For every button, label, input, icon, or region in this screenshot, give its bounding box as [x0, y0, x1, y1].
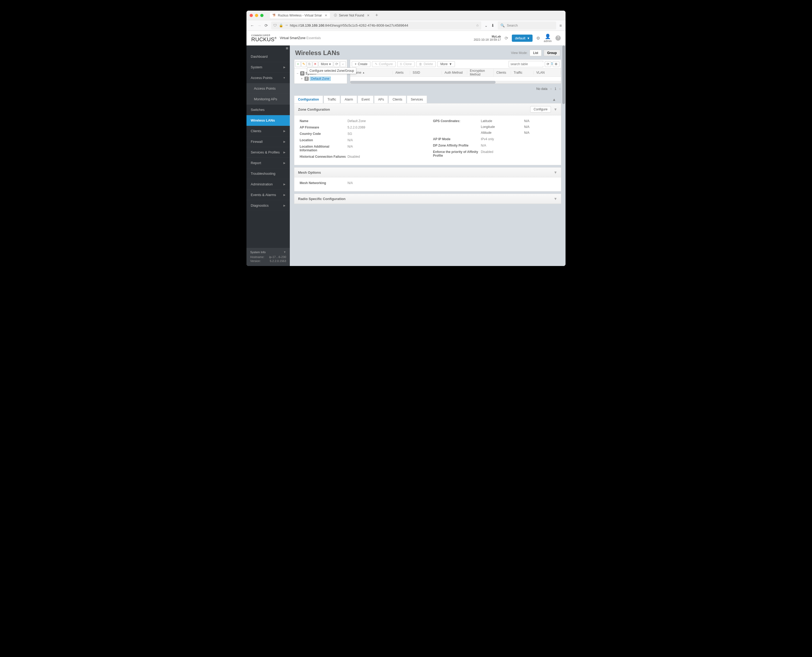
- zone-badge-icon: Z: [304, 76, 309, 81]
- close-window[interactable]: [250, 14, 253, 17]
- next-page[interactable]: »: [559, 87, 561, 91]
- sidebar-item-access-points-sub[interactable]: Access Points: [247, 83, 290, 94]
- sidebar-item-clients[interactable]: Clients▶: [247, 126, 290, 137]
- refresh-tree-icon[interactable]: ⟳: [334, 61, 340, 67]
- grid-search[interactable]: 🔍: [509, 61, 543, 67]
- col-vlan[interactable]: VLAN: [534, 71, 561, 75]
- view-group-button[interactable]: Group: [544, 50, 560, 56]
- sidebar-item-troubleshooting[interactable]: Troubleshooting: [247, 168, 290, 179]
- new-tab-button[interactable]: +: [373, 12, 380, 18]
- tab-clients[interactable]: Clients: [388, 95, 406, 103]
- back-icon[interactable]: ←: [250, 23, 254, 28]
- tab-title: Ruckus Wireless - Virtual Smar: [278, 14, 322, 17]
- sidebar-item-diagnostics[interactable]: Diagnostics▶: [247, 200, 290, 211]
- view-list-button[interactable]: List: [529, 50, 542, 56]
- grid-refresh-icon[interactable]: ⟳: [545, 61, 551, 67]
- create-button[interactable]: +Create: [352, 61, 370, 67]
- tab-event[interactable]: Event: [358, 95, 374, 103]
- col-auth[interactable]: Auth Method: [442, 71, 467, 75]
- col-ssid[interactable]: SSID: [410, 71, 442, 75]
- lab-info: MyLab 2022-10-18 18:59:17: [474, 35, 501, 41]
- search-input[interactable]: [511, 62, 550, 66]
- expand-icon[interactable]: +: [300, 77, 303, 81]
- sidebar-item-administration[interactable]: Administration▶: [247, 179, 290, 190]
- sidebar-item-monitoring-aps[interactable]: Monitoring APs: [247, 94, 290, 104]
- delete-button[interactable]: 🗑Delete: [416, 61, 436, 67]
- col-clients[interactable]: Clients: [494, 71, 511, 75]
- zone-configuration-section: Zone Configuration Configure ▼ NameDefau…: [294, 103, 561, 165]
- forward-icon[interactable]: →: [258, 23, 261, 28]
- minimize-window[interactable]: [255, 14, 258, 17]
- sidebar-item-access-points[interactable]: Access Points▼: [247, 73, 290, 83]
- browser-search[interactable]: 🔍 Search: [498, 22, 556, 30]
- more-button[interactable]: More ▾: [318, 61, 333, 67]
- configure-button[interactable]: ✎Configure: [372, 61, 396, 67]
- configure-zone-button[interactable]: Configure: [530, 106, 551, 112]
- add-button[interactable]: +: [295, 61, 301, 67]
- url-bar[interactable]: 🛡 🔒 ⊸ https://18.139.169.166:8443/wsg/#5…: [271, 22, 481, 30]
- collapse-all-icon[interactable]: ▲: [552, 97, 561, 101]
- url-text: https://18.139.169.166:8443/wsg/#55c5c1c…: [290, 23, 474, 27]
- sidebar-item-system[interactable]: System▶: [247, 62, 290, 73]
- sidebar-item-dashboard[interactable]: Dashboard: [247, 51, 290, 62]
- menu-icon[interactable]: ≡: [559, 23, 562, 28]
- grid-hscrollbar[interactable]: [350, 81, 561, 84]
- collapse-section-icon[interactable]: ▼: [554, 170, 557, 174]
- caret-down-icon[interactable]: ▼: [283, 251, 286, 254]
- more-button[interactable]: More ▼: [437, 61, 455, 67]
- user-menu[interactable]: 👤 admin: [544, 34, 552, 42]
- tab-traffic[interactable]: Traffic: [324, 95, 340, 103]
- sidebar-item-switches[interactable]: Switches: [247, 104, 290, 115]
- tab-configuration[interactable]: Configuration: [294, 95, 323, 103]
- maximize-window[interactable]: [260, 14, 264, 17]
- grid-settings-icon[interactable]: ⚙: [553, 61, 559, 67]
- zone-config-right: GPS Coordinates: Latitude Longitude Alti…: [433, 119, 556, 161]
- sidebar-item-events-alarms[interactable]: Events & Alarms▶: [247, 190, 290, 200]
- sidebar-item-services-profiles[interactable]: Services & Profiles▶: [247, 147, 290, 158]
- close-tab-icon[interactable]: ✕: [324, 14, 327, 17]
- clone-button[interactable]: ⎘Clone: [397, 61, 415, 67]
- collapse-section-icon[interactable]: ▼: [554, 196, 557, 201]
- refresh-icon[interactable]: ⟳: [505, 36, 508, 41]
- caret-right-icon: ▶: [283, 66, 286, 69]
- pocket-icon[interactable]: ⌄: [484, 23, 488, 28]
- tab-services[interactable]: Services: [407, 95, 427, 103]
- close-tab-icon[interactable]: ✕: [367, 14, 370, 17]
- browser-tab-error[interactable]: ⓘ Server Not Found ✕: [331, 12, 372, 18]
- col-encryption[interactable]: Encryption Method: [467, 69, 494, 76]
- download-icon[interactable]: ⬇: [491, 23, 495, 28]
- lock-icon[interactable]: 🔒: [279, 23, 283, 27]
- sidebar-item-report[interactable]: Report▶: [247, 158, 290, 168]
- pencil-icon: ✎: [375, 62, 377, 66]
- grid-header: Name ▲ Alerts SSID Auth Method Encryptio…: [350, 69, 561, 76]
- col-alerts[interactable]: Alerts: [393, 71, 410, 75]
- scrollbar[interactable]: [562, 45, 565, 266]
- sidebar-toggle-icon[interactable]: ≡: [247, 45, 290, 51]
- browser-tab-ruckus[interactable]: 🐕 Ruckus Wireless - Virtual Smar ✕: [270, 12, 330, 18]
- clone-button[interactable]: ⎘: [307, 61, 312, 67]
- collapse-section-icon[interactable]: ▼: [554, 107, 557, 111]
- col-name[interactable]: Name ▲: [350, 71, 393, 75]
- plus-icon: +: [355, 62, 357, 66]
- sidebar-item-firewall[interactable]: Firewall▶: [247, 137, 290, 147]
- info-icon: ⓘ: [334, 14, 337, 17]
- key-icon[interactable]: ⊸: [285, 23, 288, 27]
- tree-node-default-zone[interactable]: + Z Default Zone: [296, 76, 345, 81]
- delete-button[interactable]: ✕: [313, 61, 318, 67]
- reload-icon[interactable]: ⟳: [264, 23, 268, 28]
- col-traffic[interactable]: Traffic: [511, 71, 534, 75]
- filter-dropdown[interactable]: default▾: [512, 34, 533, 42]
- gear-icon[interactable]: ⚙: [536, 36, 540, 41]
- collapse-icon[interactable]: −: [296, 72, 299, 75]
- prev-page[interactable]: «: [550, 87, 552, 91]
- section-title: Mesh Options: [298, 171, 321, 174]
- edit-button[interactable]: ✎: [301, 61, 307, 67]
- shield-icon[interactable]: 🛡: [273, 23, 277, 27]
- collapse-tree-icon[interactable]: ‹: [340, 61, 346, 67]
- bookmark-icon[interactable]: ☆: [476, 23, 479, 27]
- help-icon[interactable]: ?: [556, 35, 561, 41]
- tab-aps[interactable]: APs: [374, 95, 388, 103]
- content-area: Wireless LANs View Mode: List Group + ✎ …: [290, 45, 565, 266]
- tab-alarm[interactable]: Alarm: [341, 95, 357, 103]
- sidebar-item-wireless-lans[interactable]: Wireless LANs: [247, 115, 290, 126]
